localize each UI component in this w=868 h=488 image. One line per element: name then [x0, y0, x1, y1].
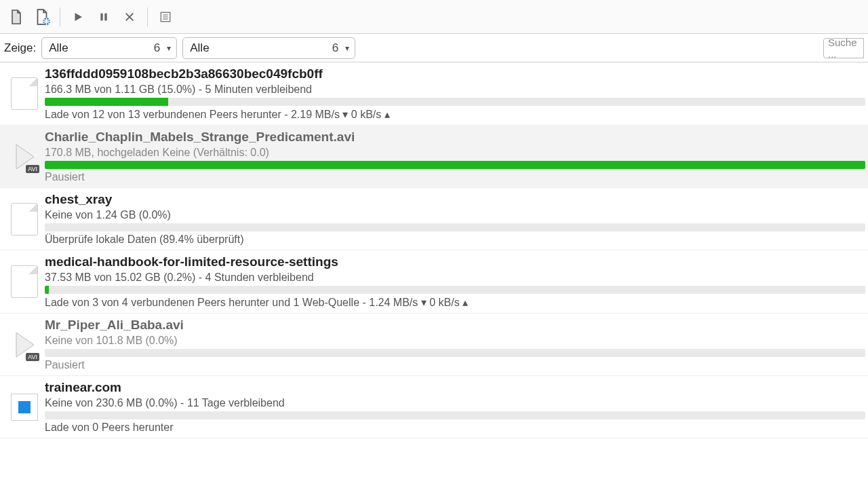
torrent-title: medical-handbook-for-limited-resource-se… [45, 255, 865, 269]
start-button[interactable] [66, 5, 90, 29]
row-content: trainear.comKeine von 230.6 MB (0.0%) - … [45, 380, 868, 434]
torrent-peers-line: Lade von 3 von 4 verbundenen Peers herun… [45, 296, 865, 309]
filter-bar: Zeige: Alle 6 ▾ Alle 6 ▾ Suche ... [0, 34, 868, 62]
filter-label: Zeige: [4, 41, 36, 55]
row-content: 136ffddd0959108becb2b3a86630bec049fcb0ff… [45, 67, 868, 121]
toolbar-separator [147, 7, 148, 26]
progress-bar [45, 286, 865, 294]
torrent-peers-line: Lade von 0 Peers herunter [45, 421, 865, 434]
video-file-icon: AVI [11, 140, 38, 173]
video-file-icon: AVI [11, 329, 38, 361]
dropdown-count: 6 [154, 41, 160, 55]
svg-rect-1 [100, 13, 102, 20]
torrent-row[interactable]: trainear.comKeine von 230.6 MB (0.0%) - … [0, 376, 868, 438]
progress-bar [45, 161, 865, 169]
torrent-row[interactable]: AVIMr_Piper_Ali_Baba.aviKeine von 101.8 … [0, 314, 868, 376]
search-input[interactable]: Suche ... [823, 38, 864, 58]
row-icon-cell: AVI [4, 130, 45, 183]
pause-button[interactable] [92, 5, 116, 29]
torrent-title: trainear.com [45, 380, 865, 395]
open-file-button[interactable] [4, 5, 28, 29]
torrent-peers-line: Lade von 12 von 13 verbundenen Peers her… [45, 108, 865, 121]
folder-icon [11, 394, 38, 421]
status-filter-dropdown[interactable]: Alle 6 ▾ [41, 37, 177, 59]
torrent-row[interactable]: chest_xrayKeine von 1.24 GB (0.0%)Überpr… [0, 188, 868, 250]
file-icon [11, 77, 38, 110]
row-content: Charlie_Chaplin_Mabels_Strange_Predicame… [45, 130, 868, 183]
torrent-status: 37.53 MB von 15.02 GB (0.2%) - 4 Stunden… [45, 271, 865, 284]
progress-bar [45, 98, 865, 106]
progress-bar [45, 223, 865, 231]
file-icon [11, 203, 38, 236]
torrent-status: Keine von 230.6 MB (0.0%) - 11 Tage verb… [45, 397, 865, 409]
row-content: chest_xrayKeine von 1.24 GB (0.0%)Überpr… [45, 192, 868, 246]
torrent-title: chest_xray [45, 192, 865, 207]
progress-bar [45, 349, 865, 357]
row-icon-cell: AVI [4, 318, 45, 371]
torrent-status: Keine von 1.24 GB (0.0%) [45, 209, 865, 221]
torrent-title: 136ffddd0959108becb2b3a86630bec049fcb0ff [45, 67, 865, 81]
chevron-down-icon: ▾ [345, 43, 349, 53]
torrent-peers-line: Pausiert [45, 359, 865, 371]
torrent-peers-line: Pausiert [45, 171, 865, 183]
row-content: Mr_Piper_Ali_Baba.aviKeine von 101.8 MB … [45, 318, 868, 371]
dropdown-count: 6 [332, 41, 338, 55]
row-icon-cell [4, 255, 45, 309]
row-icon-cell [4, 192, 45, 246]
chevron-down-icon: ▾ [167, 43, 171, 53]
progress-bar [45, 411, 865, 419]
row-icon-cell [4, 380, 45, 434]
torrent-status: 166.3 MB von 1.11 GB (15.0%) - 5 Minuten… [45, 83, 865, 96]
torrent-status: Keine von 101.8 MB (0.0%) [45, 335, 865, 347]
toolbar-separator [60, 7, 60, 26]
torrent-row[interactable]: medical-handbook-for-limited-resource-se… [0, 250, 868, 314]
row-content: medical-handbook-for-limited-resource-se… [45, 255, 868, 309]
remove-button[interactable] [117, 5, 142, 29]
torrent-status: 170.8 MB, hochgeladen Keine (Verhältnis:… [45, 147, 865, 159]
svg-rect-2 [104, 13, 106, 20]
search-placeholder: Suche ... [828, 38, 859, 58]
torrent-row[interactable]: 136ffddd0959108becb2b3a86630bec049fcb0ff… [0, 62, 868, 126]
torrent-peers-line: Überprüfe lokale Daten (89.4% überprüft) [45, 233, 865, 246]
torrent-row[interactable]: AVICharlie_Chaplin_Mabels_Strange_Predic… [0, 126, 868, 188]
tracker-filter-dropdown[interactable]: Alle 6 ▾ [182, 37, 355, 59]
dropdown-text: Alle [49, 41, 68, 55]
toolbar [0, 0, 868, 34]
open-url-button[interactable] [30, 5, 54, 29]
file-icon [11, 265, 38, 298]
row-icon-cell [4, 67, 45, 121]
dropdown-text: Alle [190, 41, 209, 55]
torrent-title: Mr_Piper_Ali_Baba.avi [45, 318, 865, 333]
torrent-list: 136ffddd0959108becb2b3a86630bec049fcb0ff… [0, 62, 868, 438]
torrent-title: Charlie_Chaplin_Mabels_Strange_Predicame… [45, 130, 865, 145]
properties-button[interactable] [153, 5, 178, 29]
